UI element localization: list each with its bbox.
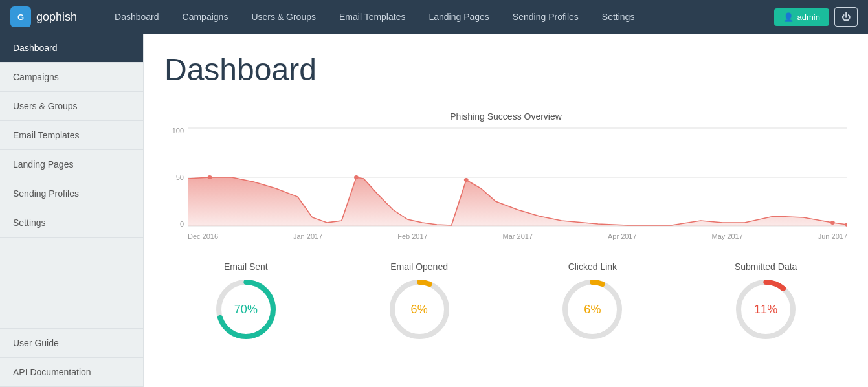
sidebar: Dashboard Campaigns Users & Groups Email… [0,34,144,387]
donut-container: 70% [214,277,278,342]
chart-title: Phishing Success Overview [164,111,847,122]
x-label-feb2017: Feb 2017 [397,232,427,240]
donut-text: 70% [234,303,258,316]
donut-container: 6% [560,277,625,342]
sidebar-item-user-guide[interactable]: User Guide [0,329,143,358]
x-label-jan2017: Jan 2017 [293,232,322,240]
admin-button[interactable]: 👤 admin [774,8,829,26]
nav-links: Dashboard Campaigns Users & Groups Email… [103,0,774,34]
svg-point-3 [208,175,212,179]
stat-label: Email Opened [390,261,448,272]
nav-sending-profiles[interactable]: Sending Profiles [501,0,590,34]
sidebar-item-settings[interactable]: Settings [0,208,143,238]
donut-text: 6% [411,303,428,316]
logo-icon: G [10,6,31,27]
y-label-50: 50 [176,173,184,181]
nav-campaigns[interactable]: Campaigns [171,0,240,34]
nav-landing-pages[interactable]: Landing Pages [417,0,500,34]
x-label-mar2017: Mar 2017 [503,232,533,240]
admin-label: admin [797,12,820,22]
sidebar-item-dashboard[interactable]: Dashboard [0,34,143,63]
user-icon: 👤 [783,12,794,22]
stat-label: Clicked Link [568,261,617,272]
stat-card-clicked-link: Clicked Link 6% [511,261,674,342]
x-label-apr2017: Apr 2017 [608,232,637,240]
sidebar-item-email-templates[interactable]: Email Templates [0,121,143,150]
nav-right: 👤 admin ⏻ [774,7,858,27]
svg-point-4 [354,175,359,179]
chart-yaxis: 100 50 0 [164,127,188,243]
chart-svg [188,127,847,227]
svg-point-5 [464,178,469,182]
nav-email-templates[interactable]: Email Templates [328,0,417,34]
stat-label: Submitted Data [735,261,797,272]
x-label-dec2016: Dec 2016 [188,232,218,240]
nav-settings[interactable]: Settings [590,0,647,34]
logout-button[interactable]: ⏻ [834,7,858,27]
nav-dashboard[interactable]: Dashboard [103,0,171,34]
nav-users-groups[interactable]: Users & Groups [239,0,328,34]
sidebar-item-sending-profiles[interactable]: Sending Profiles [0,179,143,208]
divider [164,98,847,98]
x-label-may2017: May 2017 [712,232,743,240]
stats-row: Email Sent 70% Email Opened 6% Clicked L… [164,261,847,342]
chart-area: Dec 2016 Jan 2017 Feb 2017 Mar 2017 Apr … [188,127,847,243]
sidebar-item-landing-pages[interactable]: Landing Pages [0,150,143,179]
chart-container: Phishing Success Overview 100 50 0 [164,111,847,243]
brand: G gophish [10,6,77,27]
donut-container: 11% [733,277,798,342]
sidebar-item-campaigns[interactable]: Campaigns [0,63,143,92]
top-navigation: G gophish Dashboard Campaigns Users & Gr… [0,0,868,34]
donut-text: 11% [754,303,777,316]
y-label-0: 0 [180,220,184,228]
stat-card-email-sent: Email Sent 70% [164,261,328,342]
main-content: Dashboard Phishing Success Overview 100 … [144,34,868,387]
stat-label: Email Sent [224,261,268,272]
page-title: Dashboard [164,52,847,87]
donut-text: 6% [584,303,601,316]
donut-container: 6% [387,277,452,342]
sidebar-item-api-docs[interactable]: API Documentation [0,358,143,387]
stat-card-email-opened: Email Opened 6% [338,261,501,342]
y-label-100: 100 [172,127,184,135]
sidebar-item-users-groups[interactable]: Users & Groups [0,92,143,121]
main-layout: Dashboard Campaigns Users & Groups Email… [0,34,868,387]
sidebar-bottom: User Guide API Documentation [0,328,143,387]
stat-card-submitted-data: Submitted Data 11% [684,261,847,342]
svg-point-6 [830,221,835,225]
brand-name: gophish [36,10,77,24]
x-label-jun2017: Jun 2017 [818,232,847,240]
chart-wrapper: 100 50 0 [164,127,847,243]
chart-xaxis: Dec 2016 Jan 2017 Feb 2017 Mar 2017 Apr … [188,230,847,240]
